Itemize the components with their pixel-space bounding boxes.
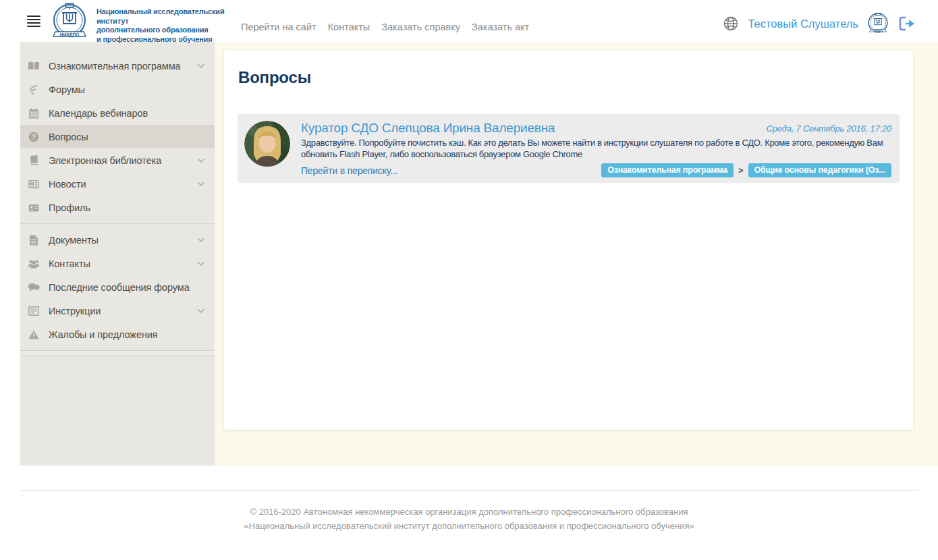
footer-line2: «Национальный исследовательский институт… (0, 519, 938, 533)
logo-banner-text: НИИДПО (60, 32, 79, 38)
header-user-area: Тестовый Слушатель НИИДПО (723, 11, 915, 36)
message-body: Куратор СДО Слепцова Ирина Валериевна Ср… (301, 121, 891, 177)
footer-copyright: © 2016-2020 Автономная некоммерческая ор… (0, 505, 938, 533)
sidebar-item-label: Вопросы (49, 132, 88, 142)
sidebar-item-label: Документы (49, 235, 99, 246)
nav-order-act[interactable]: Заказать акт (472, 22, 529, 32)
sidebar-item-e-library[interactable]: Электронная библиотека (20, 148, 215, 172)
sidebar-item-questions[interactable]: ? Вопросы (20, 125, 215, 148)
sidebar-item-news[interactable]: Новости (20, 172, 215, 196)
calendar-icon (27, 108, 40, 119)
message-date: Среда, 7 Сентябрь 2016, 17:20 (767, 121, 891, 134)
top-nav: Перейти на сайт Контакты Заказать справк… (241, 22, 529, 32)
footer-line1: © 2016-2020 Автономная некоммерческая ор… (0, 505, 938, 519)
sidebar-item-contacts[interactable]: Контакты (20, 252, 215, 275)
badge-separator: > (738, 165, 744, 175)
svg-text:НИИДПО: НИИДПО (873, 30, 883, 32)
sidebar-item-label: Контакты (49, 258, 90, 269)
sidebar-item-intro-program[interactable]: Ознакомительная программа (20, 54, 215, 78)
sidebar: Ознакомительная программа Форумы Календа… (20, 42, 215, 466)
sidebar-item-complaints[interactable]: Жалобы и предложения (20, 323, 215, 346)
book-icon (27, 61, 40, 72)
chevron-down-icon (197, 158, 205, 163)
course-badge[interactable]: Общие основы педагогики (Оз... (748, 163, 891, 177)
sidebar-item-label: Профиль (49, 202, 90, 213)
chevron-down-icon (197, 63, 205, 69)
sidebar-item-documents[interactable]: Документы (20, 228, 215, 252)
content-panel: Вопросы (224, 51, 913, 430)
curator-avatar (244, 121, 290, 167)
sidebar-item-label: Инструкции (49, 306, 101, 316)
institute-logo[interactable]: НИИДПО (47, 3, 92, 40)
sidebar-item-label: Форумы (49, 84, 85, 95)
question-message-card: Куратор СДО Слепцова Ирина Валериевна Ср… (238, 114, 900, 183)
instructions-list-icon (27, 306, 40, 316)
menu-toggle-icon[interactable] (27, 16, 40, 29)
document-icon (27, 235, 40, 246)
nav-contacts[interactable]: Контакты (328, 22, 370, 32)
warning-triangle-icon (27, 329, 40, 340)
message-text: Здравствуйте. Попробуйте почистить кэш. … (301, 138, 891, 160)
logout-icon[interactable] (899, 16, 915, 31)
user-avatar[interactable]: НИИДПО (865, 11, 891, 36)
go-to-conversation-link[interactable]: Перейти в переписку... (301, 165, 397, 176)
sidebar-item-instructions[interactable]: Инструкции (20, 299, 215, 323)
contacts-group-icon (27, 258, 40, 269)
user-name[interactable]: Тестовый Слушатель (748, 18, 858, 30)
message-author-link[interactable]: Куратор СДО Слепцова Ирина Валериевна (301, 121, 555, 136)
sidebar-item-profile[interactable]: Профиль (20, 196, 215, 219)
chevron-down-icon (197, 308, 205, 314)
page-title: Вопросы (224, 51, 913, 87)
sidebar-item-forums[interactable]: Форумы (20, 78, 215, 101)
institute-name: Национальный исследовательский институт … (96, 7, 231, 44)
news-icon (27, 179, 40, 190)
program-badge[interactable]: Ознакомительная программа (601, 163, 734, 177)
profile-card-icon (27, 202, 40, 213)
sidebar-item-latest-forum-posts[interactable]: Последние сообщения форума (20, 275, 215, 299)
main-background: Вопросы (215, 42, 938, 466)
footer-divider (20, 491, 918, 491)
message-badges: Ознакомительная программа > Общие основы… (601, 163, 891, 177)
sidebar-item-label: Новости (49, 179, 86, 190)
sidebar-item-label: Календарь вебинаров (49, 108, 148, 119)
sidebar-item-label: Электронная библиотека (49, 155, 161, 166)
chevron-down-icon (197, 261, 205, 267)
forum-icon (27, 84, 40, 95)
sidebar-end-divider (20, 350, 215, 356)
chevron-down-icon (197, 237, 205, 243)
sidebar-item-webinar-calendar[interactable]: Календарь вебинаров (20, 101, 215, 125)
sidebar-item-label: Последние сообщения форума (49, 282, 190, 293)
sidebar-item-label: Ознакомительная программа (49, 61, 181, 72)
top-header: НИИДПО Национальный исследовательский ин… (0, 0, 938, 42)
library-icon (27, 155, 40, 166)
language-globe-icon[interactable] (723, 16, 738, 31)
sidebar-item-label: Жалобы и предложения (49, 329, 158, 340)
chat-bubbles-icon (27, 282, 40, 293)
nav-go-to-site[interactable]: Перейти на сайт (241, 22, 316, 32)
question-icon: ? (27, 132, 40, 142)
svg-text:?: ? (32, 132, 36, 140)
chevron-down-icon (197, 181, 205, 187)
nav-order-certificate[interactable]: Заказать справку (381, 22, 460, 32)
sidebar-divider (20, 223, 215, 224)
